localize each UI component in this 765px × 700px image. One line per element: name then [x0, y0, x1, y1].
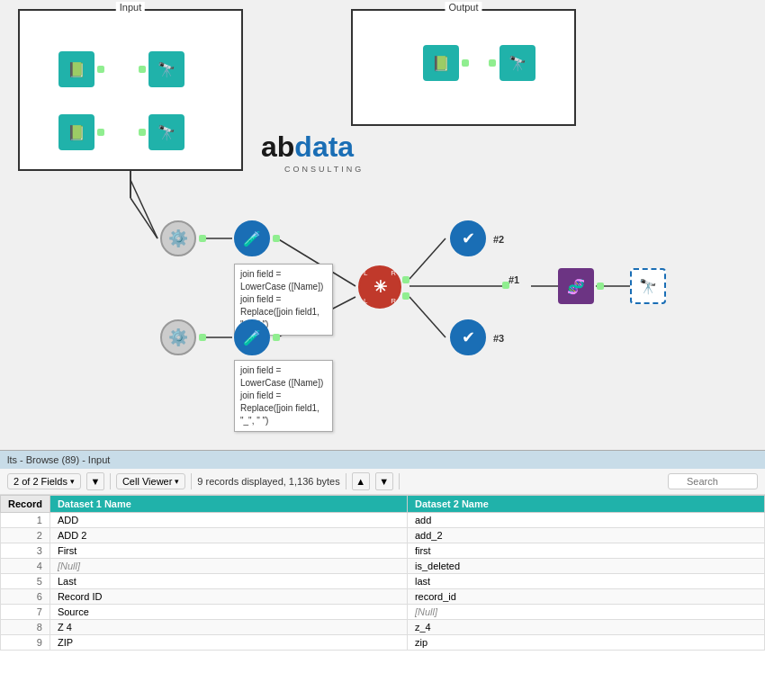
down-nav-icon: ▼	[379, 476, 389, 487]
row-number: 9	[1, 635, 50, 651]
down-arrow-icon: ▼	[90, 476, 100, 487]
node-book-output[interactable]: 📗	[423, 45, 459, 81]
connector-join-out2	[402, 292, 410, 300]
join-label-l2: L	[364, 297, 367, 305]
row-dataset1: Z 4	[50, 620, 407, 635]
node-dna[interactable]: 🧬	[558, 268, 594, 304]
row-dataset1: First	[50, 543, 407, 559]
svg-line-3	[130, 198, 158, 238]
up-arrow-icon: ▲	[356, 476, 365, 487]
input-box-label: Input	[116, 2, 145, 13]
table-row: 8Z 4z_4	[1, 620, 765, 635]
binoculars-icon-1: 🔭	[158, 61, 176, 78]
table-row: 9ZIPzip	[1, 635, 765, 651]
table-row: 6Record IDrecord_id	[1, 589, 765, 605]
nav-down-arrow[interactable]: ▼	[86, 472, 104, 490]
node-binoculars-1[interactable]: 🔭	[148, 51, 184, 87]
logo-data: data	[294, 130, 354, 163]
table-row: 4[Null]is_deleted	[1, 559, 765, 574]
separator-4	[399, 473, 400, 489]
cell-viewer-chevron: ▾	[175, 477, 179, 486]
join-label-r2: R	[391, 297, 396, 305]
cell-viewer-button[interactable]: Cell Viewer ▾	[116, 473, 185, 489]
book-icon-output: 📗	[432, 55, 450, 72]
table-row: 5Lastlast	[1, 574, 765, 589]
row-number: 6	[1, 589, 50, 605]
separator-2	[191, 473, 192, 489]
separator-1	[110, 473, 111, 489]
connector-1	[97, 66, 104, 73]
search-input[interactable]	[668, 473, 758, 489]
node-gear-2[interactable]: ⚙️	[160, 319, 196, 355]
connector-out-1	[462, 59, 469, 67]
svg-line-10	[410, 238, 446, 279]
browse-dashed-icon: 🔭	[639, 278, 657, 295]
nav-down-button[interactable]: ▼	[375, 472, 393, 490]
node-book-1[interactable]: 📗	[58, 51, 94, 87]
node-flask-1[interactable]: 🧪	[234, 220, 270, 256]
cell-viewer-label: Cell Viewer	[122, 476, 172, 487]
svg-line-5	[130, 180, 158, 238]
node-book-2[interactable]: 📗	[58, 114, 94, 150]
check-icon-2: ✔	[462, 229, 475, 248]
row-dataset2: record_id	[407, 589, 764, 605]
connector-4	[139, 129, 146, 136]
node-check-2[interactable]: ✔	[450, 220, 486, 256]
join-icon: ✳	[374, 277, 387, 297]
nav-up-button[interactable]: ▲	[352, 472, 370, 490]
check-icon-3: ✔	[462, 328, 475, 347]
connector-gear2-out	[199, 334, 206, 341]
connector-gear1-out	[199, 235, 206, 242]
logo-ab: ab	[261, 130, 294, 163]
book-icon-2: 📗	[68, 124, 86, 141]
canvas-area: Input Output abdata CONSULTING 📗 🔭 📗 🔭 📗…	[0, 0, 765, 450]
node-flask-2[interactable]: 🧪	[234, 319, 270, 355]
connector-3	[97, 129, 104, 136]
col-record: Record	[1, 496, 50, 513]
hash-label-3: #3	[493, 333, 504, 344]
bottom-panel: lts - Browse (89) - Input 2 of 2 Fields …	[0, 450, 765, 651]
row-number: 5	[1, 574, 50, 589]
separator-3	[346, 473, 346, 489]
svg-line-11	[410, 297, 446, 337]
abdata-logo: abdata	[261, 130, 354, 164]
row-dataset1: Record ID	[50, 589, 407, 605]
connector-flask1-out	[273, 235, 280, 242]
row-dataset2: is_deleted	[407, 559, 764, 574]
tab-bar: lts - Browse (89) - Input	[0, 450, 765, 469]
fields-button[interactable]: 2 of 2 Fields ▾	[7, 473, 81, 489]
abdata-consulting: CONSULTING	[284, 165, 364, 174]
node-check-3[interactable]: ✔	[450, 319, 486, 355]
flask-icon-2: 🧪	[243, 329, 261, 346]
row-dataset1: Source	[50, 605, 407, 620]
table-row: 7Source[Null]	[1, 605, 765, 620]
node-binoculars-output[interactable]: 🔭	[500, 45, 536, 81]
node-binoculars-2[interactable]: 🔭	[148, 114, 184, 150]
node-join[interactable]: ✳ L R L R	[358, 265, 401, 309]
row-dataset1: Last	[50, 574, 407, 589]
data-table: Record Dataset 1 Name Dataset 2 Name 1AD…	[0, 495, 765, 651]
row-dataset2: first	[407, 543, 764, 559]
row-dataset1: ADD	[50, 513, 407, 528]
row-dataset2: add_2	[407, 528, 764, 543]
book-icon-1: 📗	[68, 61, 86, 78]
row-number: 2	[1, 528, 50, 543]
table-body: 1ADDadd2ADD 2add_23Firstfirst4[Null]is_d…	[1, 513, 765, 651]
row-number: 1	[1, 513, 50, 528]
row-dataset2: last	[407, 574, 764, 589]
records-info: 9 records displayed, 1,136 bytes	[197, 476, 339, 487]
fields-label: 2 of 2 Fields	[14, 476, 68, 487]
hash-label-1: #1	[508, 274, 519, 285]
row-dataset2: [Null]	[407, 605, 764, 620]
header-row: Record Dataset 1 Name Dataset 2 Name	[1, 496, 765, 513]
node-browse-dashed[interactable]: 🔭	[630, 268, 666, 304]
output-box-label: Output	[445, 2, 482, 13]
row-dataset2: zip	[407, 635, 764, 651]
table-row: 2ADD 2add_2	[1, 528, 765, 543]
node-gear-1[interactable]: ⚙️	[160, 220, 196, 256]
input-group-box: Input	[18, 9, 243, 171]
search-wrapper: 🔍	[668, 473, 758, 489]
row-number: 3	[1, 543, 50, 559]
row-dataset1: ZIP	[50, 635, 407, 651]
join-label-l: L	[364, 269, 367, 277]
